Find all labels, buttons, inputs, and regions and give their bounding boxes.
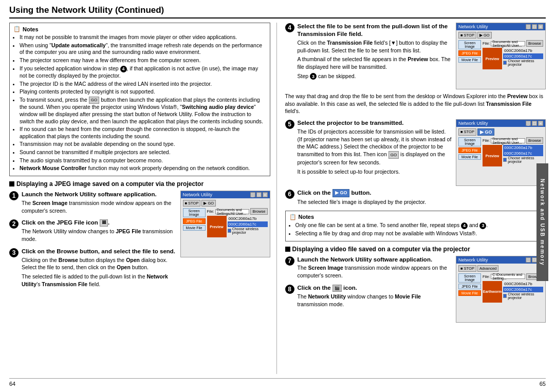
step-num-4: 4 [285, 23, 294, 32]
minimize-btn-4: _ [526, 257, 531, 263]
go-button-icon: ▶ GO [332, 189, 350, 197]
ss-movie-file-4: Movie File [458, 290, 481, 296]
step-7: 7 Launch the Network Utility software ap… [285, 256, 452, 281]
step-content-5: Select the projector to be transmitted. … [298, 119, 452, 177]
notes-icon-right: 📋 [289, 214, 297, 220]
close-btn-3: × [538, 121, 543, 126]
step-body-2: The Network Utility window changes to JP… [22, 228, 176, 242]
window-controls-2: _ □ × [526, 24, 543, 29]
step-4: 4 Select the file to be sent from the pu… [285, 23, 452, 81]
ss-proj-4b: 000C2060a17c [503, 287, 543, 292]
ss-sidebar-panel-3: Screen Image JPEG File Movie File [458, 137, 481, 181]
ss-main-panel-2: File: Documents and Settings/All User...… [483, 40, 543, 84]
step-2: 2 Click on the JPEG File icon 🖼. The Net… [9, 219, 176, 245]
page-footer: 64 65 [9, 378, 546, 387]
ss-movie-file-item: Movie File [183, 225, 206, 231]
step-num-2: 2 [9, 219, 18, 229]
ss-proj-2b: 000C2060a17c [503, 53, 543, 59]
step-num-3: 3 [9, 248, 18, 257]
step-6: 6 Click on the ▶ GO button. The selected… [285, 189, 546, 208]
right-sidebar-tab: Network and USB memory [536, 163, 548, 282]
screenshot-1: Network Utility _ □ × ■ STOP ▶ GO [180, 191, 270, 257]
notes-box-right: 📋 Notes Only one file can be sent at a t… [285, 211, 546, 241]
screenshot-titlebar-2: Network Utility _ □ × [456, 23, 545, 30]
step-content-7: Launch the Network Utility software appl… [298, 256, 452, 281]
screenshot-titlebar-4: Network Utility _ □ × [456, 256, 545, 264]
ss-checkbox-2 [503, 61, 507, 65]
notes-list-right: Only one file can be sent at a time. To … [289, 222, 542, 237]
note-item: When using "Update automatically", the t… [20, 42, 266, 56]
step-8: 8 Click on the 🎬 icon. The Network Utili… [285, 284, 452, 310]
ss-file-row-2: File: Documents and Settings/All User...… [483, 40, 543, 47]
stop-btn-2: ■ STOP [458, 32, 476, 39]
step-title-8: Click on the 🎬 icon. [298, 284, 452, 292]
window-controls-3: _ □ × [526, 121, 543, 126]
note-item: Sound cannot be transmitted if multiple … [20, 149, 266, 156]
ss-projector-item: 000C2060a17b [228, 216, 268, 221]
ss-file-field: Documents and Settings/All User... [215, 209, 250, 214]
screenshot-4: Network Utility _ □ × ■ STOP Advanced [456, 256, 546, 323]
go-btn: ▶ GO [201, 200, 216, 207]
ss-proj-3b: 000C2060a17c [503, 151, 543, 156]
step-body-3b: The selected file is added to the pull-d… [22, 273, 176, 288]
step-content-6: Click on the ▶ GO button. The selected f… [298, 189, 546, 208]
step-body-4c: Step 3 can be skipped. [298, 72, 452, 80]
screenshot-body-1: ■ STOP ▶ GO Screen Image JPEG File Movie… [181, 198, 270, 253]
ss-file-row: File: Documents and Settings/All User...… [207, 208, 268, 215]
ss-preview-thumbnail-2: Preview [483, 48, 502, 69]
right-column: Network Utility _ □ × ■ STOP ▶ GO [283, 23, 546, 374]
advanced-btn: Advanced [477, 265, 498, 272]
step-3: 3 Click on the Browse button, and select… [9, 248, 176, 290]
ss-projector-list-2: 000C2060a17b 000C2060a17c Choose wireles… [503, 48, 543, 69]
go-btn-2: ▶ GO [477, 32, 492, 39]
stop-btn-4: ■ STOP [458, 265, 476, 272]
screenshot-3: Network Utility _ □ × ■ STOP ▶ GO [456, 119, 546, 186]
ss-cb-row-3: Choose wireless projector [503, 156, 543, 163]
note-item: It may not be possible to transmit the i… [20, 34, 266, 41]
maximize-btn-2: □ [532, 24, 537, 29]
step-content-8: Click on the 🎬 icon. The Network Utility… [298, 284, 452, 310]
note-item: To transmit sound, press the GO button t… [20, 97, 266, 125]
step-title-7: Launch the Network Utility software appl… [298, 256, 452, 264]
step-title-4: Select the file to be sent from the pull… [298, 23, 452, 38]
ss-cb-row-2: Choose wireless projector [503, 59, 543, 66]
ss-checkbox-4 [503, 294, 507, 298]
step-body-4b: A thumbnail of the selected file appears… [298, 55, 452, 70]
step-title-6: Click on the ▶ GO button. [298, 189, 546, 197]
maximize-btn-3: □ [532, 121, 537, 126]
ss-layout-4: Screen Image JPEG File Movie File File: … [458, 273, 543, 317]
video-section-header: Displaying a video file saved on a compu… [285, 246, 546, 253]
ss-preview-thumbnail-3: Preview [483, 145, 502, 166]
note-item: Transmission may not be available depend… [20, 141, 266, 148]
step-content-2: Click on the JPEG File icon 🖼. The Netwo… [22, 219, 176, 245]
ss-browse-btn: Browse [250, 208, 267, 215]
ss-sidebar-panel-2: Screen Image JPEG File Movie File [458, 40, 481, 84]
ss-browse-btn-2: Browse [526, 40, 543, 47]
close-btn-2: × [538, 24, 543, 29]
notes-title-left: 📋 Notes [13, 26, 266, 32]
step-title-2: Click on the JPEG File icon 🖼. [22, 219, 176, 227]
step-title-3: Click on the Browse button, and select t… [22, 248, 176, 255]
step-num-5: 5 [285, 120, 294, 129]
minimize-btn-3: _ [526, 121, 531, 126]
notes-box-left: 📋 Notes It may not be possible to transm… [9, 23, 270, 176]
ss-file-row-3: File: Documents and Settings/All User...… [483, 137, 543, 144]
maximize-btn: □ [256, 192, 262, 197]
ss-preview-thumbnail: Preview [207, 216, 227, 237]
go-btn-3: ▶ GO [477, 128, 495, 136]
step-body-8: The Network Utility window changes to Mo… [298, 293, 452, 308]
step-num-6: 6 [285, 190, 294, 199]
ss-browse-btn-3: Browse [526, 137, 543, 144]
ss-screen-image-item: Screen Image [183, 208, 206, 217]
step-body-3: Clicking on the Browse button displays t… [22, 256, 176, 271]
ss-projector-list-4: 000C2060a17b 000C2060a17c Choose wireles… [503, 281, 543, 303]
minimize-btn: _ [250, 192, 255, 197]
ss-file-field-2: Documents and Settings/All User... [491, 41, 525, 46]
step7-area: Network Utility _ □ × ■ STOP Advanced [285, 256, 546, 326]
screenshot-titlebar-1: Network Utility _ □ × [181, 191, 270, 198]
ss-main-panel-4: File: C:\Documents and Setting... Browse… [483, 273, 543, 317]
minimize-btn-2: _ [526, 24, 531, 29]
screenshot-2: Network Utility _ □ × ■ STOP ▶ GO [456, 23, 546, 89]
two-column-layout: 📋 Notes It may not be possible to transm… [9, 23, 546, 374]
ss-main-panel-3: File: Documents and Settings/All User...… [483, 137, 543, 181]
